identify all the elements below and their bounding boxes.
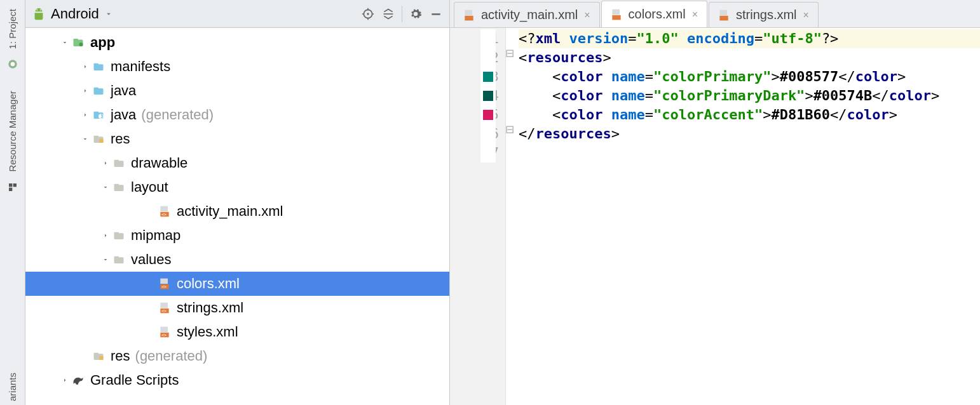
tree-node-res-generated[interactable]: res (generated) <box>25 344 449 368</box>
svg-rect-31 <box>114 232 119 234</box>
svg-rect-11 <box>74 39 79 41</box>
editor-tabs: activity_main.xml × colors.xml × strings… <box>450 0 980 28</box>
tree-node-manifests[interactable]: manifests <box>25 55 449 79</box>
close-icon[interactable]: × <box>691 9 699 20</box>
svg-rect-45 <box>100 356 104 360</box>
svg-rect-9 <box>432 13 440 15</box>
close-icon[interactable]: × <box>802 10 810 21</box>
project-tree[interactable]: app manifests java java (generated) <box>25 28 449 405</box>
code-line: <color name="colorPrimary">#008577</colo… <box>519 67 980 86</box>
line-number[interactable]: 4 <box>450 86 505 105</box>
line-number[interactable]: 6 <box>450 124 505 143</box>
resource-manager-icon <box>8 182 18 192</box>
project-view-selector[interactable]: Android <box>32 6 113 22</box>
minimize-icon <box>430 8 442 20</box>
tree-node-drawable[interactable]: drawable <box>25 151 449 175</box>
tree-node-java[interactable]: java <box>25 79 449 103</box>
svg-rect-21 <box>94 136 99 138</box>
fold-close-icon[interactable]: ⊟ <box>506 126 514 133</box>
tree-label: styles.xml <box>177 324 238 340</box>
xml-file-icon: <> <box>158 302 172 314</box>
line-number[interactable]: 2 <box>450 48 505 67</box>
svg-point-12 <box>79 43 83 46</box>
svg-rect-16 <box>94 88 99 90</box>
expand-right-icon <box>81 87 89 95</box>
tab-colors[interactable]: colors.xml × <box>601 1 707 27</box>
svg-point-6 <box>40 9 41 10</box>
line-number[interactable]: 5 <box>450 105 505 124</box>
select-opened-file-button[interactable] <box>361 7 375 21</box>
folder-icon <box>92 85 105 96</box>
xml-file-icon <box>462 9 476 22</box>
tree-label: res <box>111 131 130 147</box>
expand-right-icon <box>81 63 89 70</box>
generated-folder-icon <box>92 109 105 121</box>
collapse-all-button[interactable] <box>381 7 395 21</box>
tree-node-values[interactable]: values <box>25 248 449 272</box>
res-folder-icon <box>92 350 105 362</box>
res-folder-icon <box>92 133 105 145</box>
color-swatch-primary[interactable] <box>483 72 493 82</box>
svg-rect-50 <box>719 10 727 15</box>
svg-rect-34 <box>160 279 168 284</box>
line-number[interactable]: 1 <box>450 29 505 48</box>
tab-strings[interactable]: strings.xml × <box>709 2 819 27</box>
xml-file-icon: <> <box>158 205 172 218</box>
svg-point-1 <box>10 62 15 67</box>
tree-node-styles[interactable]: <> styles.xml <box>25 320 449 344</box>
fold-open-icon[interactable]: ⊟ <box>506 50 514 57</box>
expand-right-icon <box>61 376 69 384</box>
tree-label: mipmap <box>131 227 180 244</box>
svg-rect-24 <box>114 160 119 162</box>
svg-rect-22 <box>100 139 104 143</box>
toolwindow-project[interactable]: 1: Project <box>6 5 19 53</box>
toolwindow-resource-manager[interactable]: Resource Manager <box>6 87 19 176</box>
tab-activity-main[interactable]: activity_main.xml × <box>454 2 600 27</box>
code-content[interactable]: <?xml version="1.0" encoding="utf-8"?> <… <box>516 28 980 405</box>
svg-rect-44 <box>94 353 99 355</box>
tree-node-app[interactable]: app <box>25 30 449 55</box>
expand-down-icon <box>81 135 89 143</box>
folder-icon <box>112 254 126 265</box>
generated-suffix: (generated) <box>141 107 214 123</box>
expand-right-icon <box>81 111 89 119</box>
toolwindow-build-variants[interactable]: ariants <box>6 369 19 405</box>
tab-label: strings.xml <box>736 8 797 22</box>
svg-rect-2 <box>9 183 12 187</box>
tree-node-activity-main[interactable]: <> activity_main.xml <box>25 199 449 223</box>
close-icon[interactable]: × <box>583 10 591 21</box>
code-line: <resources> <box>519 48 980 67</box>
tree-node-java-generated[interactable]: java (generated) <box>25 103 449 127</box>
tree-node-strings[interactable]: <> strings.xml <box>25 296 449 320</box>
project-panel: Android app <box>25 0 450 405</box>
line-number[interactable]: 3 <box>450 67 505 86</box>
svg-rect-4 <box>9 188 12 191</box>
color-swatch-primary-dark[interactable] <box>483 91 493 101</box>
collapse-icon <box>382 8 395 20</box>
tree-node-gradle[interactable]: Gradle Scripts <box>25 368 449 392</box>
module-icon <box>71 37 85 48</box>
hide-panel-button[interactable] <box>429 7 443 21</box>
expand-down-icon <box>102 183 109 191</box>
project-panel-header: Android <box>25 0 449 28</box>
code-line: <?xml version="1.0" encoding="utf-8"?> <box>519 29 980 48</box>
tree-label: strings.xml <box>177 300 243 316</box>
tree-node-mipmap[interactable]: mipmap <box>25 223 449 248</box>
expand-right-icon <box>102 159 109 167</box>
line-number[interactable]: 7 <box>450 143 505 163</box>
code-editor[interactable]: 1 2 3 4 5 6 7 ⊟ ⊟ <?xml vers <box>450 28 980 405</box>
svg-rect-37 <box>160 303 168 308</box>
tree-node-layout[interactable]: layout <box>25 175 449 199</box>
color-swatch-accent[interactable] <box>483 110 493 120</box>
gutter[interactable]: 1 2 3 4 5 6 7 <box>450 28 506 405</box>
tree-node-res[interactable]: res <box>25 127 449 151</box>
settings-button[interactable] <box>409 7 423 21</box>
svg-text:<>: <> <box>161 333 167 338</box>
tree-node-colors[interactable]: <> colors.xml <box>25 272 449 296</box>
project-tab-label: 1: Project <box>7 9 18 49</box>
svg-rect-3 <box>13 183 16 187</box>
expand-down-icon <box>102 256 109 263</box>
gradle-icon <box>71 374 85 387</box>
tab-label: colors.xml <box>629 7 686 22</box>
svg-rect-49 <box>612 15 620 20</box>
